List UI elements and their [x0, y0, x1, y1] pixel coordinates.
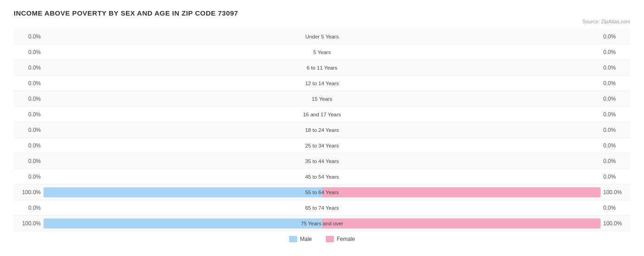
female-bar — [322, 187, 600, 197]
legend: Male Female — [14, 236, 630, 242]
table-row: 0.0% 12 to 14 Years 0.0% — [14, 76, 630, 91]
bar-container: Under 5 Years — [44, 29, 600, 44]
female-bar-half — [322, 29, 600, 44]
bar-container: 15 Years — [44, 91, 600, 106]
bar-container: 55 to 64 Years — [44, 185, 600, 200]
male-bar-half — [44, 153, 322, 169]
bar-container: 75 Years and over — [44, 216, 600, 231]
male-bar-half — [44, 76, 322, 91]
legend-female-label: Female — [337, 236, 355, 242]
table-row: 100.0% 55 to 64 Years 100.0% — [14, 185, 630, 200]
bar-halves: Under 5 Years — [44, 29, 600, 44]
male-bar — [44, 187, 322, 197]
table-row: 0.0% 65 to 74 Years 0.0% — [14, 200, 630, 216]
female-value: 0.0% — [600, 111, 630, 118]
female-bar-half — [322, 107, 600, 122]
male-value: 0.0% — [14, 142, 44, 149]
male-bar-half — [44, 200, 322, 215]
table-row: 0.0% 35 to 44 Years 0.0% — [14, 153, 630, 169]
female-value: 0.0% — [600, 96, 630, 102]
male-bar-half — [44, 107, 322, 122]
male-bar-half — [44, 60, 322, 75]
female-value: 0.0% — [600, 174, 630, 180]
bar-container: 25 to 34 Years — [44, 138, 600, 153]
table-row: 0.0% Under 5 Years 0.0% — [14, 29, 630, 44]
table-row: 0.0% 15 Years 0.0% — [14, 91, 630, 107]
male-bar-half — [44, 138, 322, 153]
male-value: 0.0% — [14, 96, 44, 102]
table-row: 0.0% 45 to 54 Years 0.0% — [14, 169, 630, 185]
bar-container: 16 and 17 Years — [44, 107, 600, 122]
female-bar — [322, 218, 600, 229]
male-value: 0.0% — [14, 174, 44, 180]
bar-halves: 75 Years and over — [44, 216, 600, 231]
bar-halves: 16 and 17 Years — [44, 107, 600, 122]
male-value: 0.0% — [14, 111, 44, 118]
female-bar-half — [322, 153, 600, 169]
bar-halves: 55 to 64 Years — [44, 185, 600, 200]
bar-halves: 6 to 11 Years — [44, 60, 600, 75]
female-bar-half — [322, 185, 600, 200]
table-row: 0.0% 5 Years 0.0% — [14, 44, 630, 60]
male-value: 0.0% — [14, 80, 44, 87]
bar-container: 45 to 54 Years — [44, 169, 600, 184]
table-row: 100.0% 75 Years and over 100.0% — [14, 216, 630, 231]
male-value: 0.0% — [14, 49, 44, 55]
female-value: 100.0% — [600, 189, 630, 196]
male-value: 100.0% — [14, 189, 44, 196]
table-row: 0.0% 16 and 17 Years 0.0% — [14, 107, 630, 122]
female-value: 0.0% — [600, 65, 630, 71]
female-bar-half — [322, 44, 600, 60]
legend-male: Male — [289, 236, 312, 242]
male-value: 0.0% — [14, 65, 44, 71]
bar-container: 35 to 44 Years — [44, 153, 600, 169]
male-value: 0.0% — [14, 205, 44, 211]
legend-female-box — [326, 236, 334, 242]
bar-halves: 65 to 74 Years — [44, 200, 600, 215]
source-label: Source: ZipAtlas.com — [14, 19, 630, 24]
bar-halves: 15 Years — [44, 91, 600, 106]
female-bar-half — [322, 122, 600, 137]
chart-title: INCOME ABOVE POVERTY BY SEX AND AGE IN Z… — [14, 9, 630, 17]
female-value: 0.0% — [600, 49, 630, 55]
male-bar-half — [44, 29, 322, 44]
female-value: 0.0% — [600, 158, 630, 164]
female-bar-half — [322, 60, 600, 75]
table-row: 0.0% 25 to 34 Years 0.0% — [14, 138, 630, 153]
female-bar-half — [322, 138, 600, 153]
table-row: 0.0% 18 to 24 Years 0.0% — [14, 122, 630, 138]
bar-halves: 25 to 34 Years — [44, 138, 600, 153]
female-bar-half — [322, 76, 600, 91]
female-value: 0.0% — [600, 142, 630, 149]
female-value: 0.0% — [600, 205, 630, 211]
male-value: 0.0% — [14, 33, 44, 40]
bar-halves: 12 to 14 Years — [44, 76, 600, 91]
male-value: 100.0% — [14, 220, 44, 227]
bar-halves: 18 to 24 Years — [44, 122, 600, 137]
female-bar-half — [322, 91, 600, 106]
male-value: 0.0% — [14, 158, 44, 164]
bar-container: 6 to 11 Years — [44, 60, 600, 75]
female-value: 0.0% — [600, 127, 630, 133]
female-bar-half — [322, 169, 600, 184]
male-bar-half — [44, 122, 322, 137]
female-value: 100.0% — [600, 220, 630, 227]
male-bar — [44, 218, 322, 229]
legend-male-box — [289, 236, 297, 242]
male-bar-half — [44, 44, 322, 60]
chart-area: 0.0% Under 5 Years 0.0% 0.0% — [14, 29, 630, 231]
male-bar-half — [44, 91, 322, 106]
legend-female: Female — [326, 236, 355, 242]
table-row: 0.0% 6 to 11 Years 0.0% — [14, 60, 630, 76]
legend-male-label: Male — [300, 236, 312, 242]
female-bar-half — [322, 216, 600, 231]
male-bar-half — [44, 169, 322, 184]
bar-halves: 5 Years — [44, 44, 600, 60]
female-value: 0.0% — [600, 33, 630, 40]
bar-container: 18 to 24 Years — [44, 122, 600, 137]
female-value: 0.0% — [600, 80, 630, 87]
bar-container: 5 Years — [44, 44, 600, 60]
male-bar-half — [44, 216, 322, 231]
bar-halves: 35 to 44 Years — [44, 153, 600, 169]
male-bar-half — [44, 185, 322, 200]
